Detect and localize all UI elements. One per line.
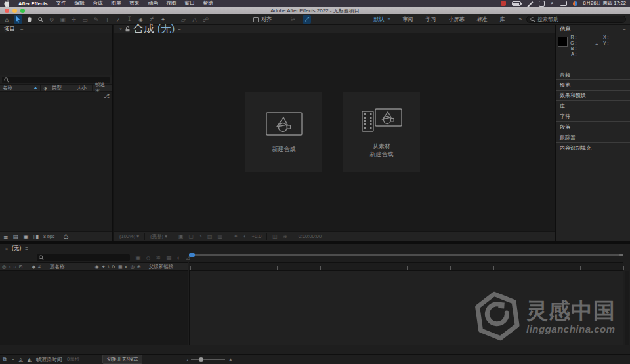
channel-icon[interactable]: ▤ xyxy=(207,233,213,239)
layer-number-column[interactable]: # xyxy=(38,264,41,269)
fullscreen-grid-icon[interactable]: ⤢ xyxy=(303,15,311,24)
zoom-slider-knob[interactable] xyxy=(199,357,203,362)
preview-timecode[interactable]: 0:00:00:00 xyxy=(299,233,322,239)
mask-feather-tool-icon[interactable]: ▱ xyxy=(179,15,188,24)
draft-3d-icon[interactable]: ◇ xyxy=(146,254,151,261)
new-composition-icon[interactable]: ▣ xyxy=(23,233,29,240)
menu-bar-clock[interactable]: 8月26日 周四 17:22 xyxy=(583,0,626,7)
info-panel-menu-icon[interactable]: ≡ xyxy=(623,26,626,32)
solo-icon[interactable]: ○ xyxy=(14,264,16,269)
viewer-lock-icon[interactable] xyxy=(125,26,130,32)
column-label-color[interactable]: ⬗ xyxy=(41,85,49,91)
collapse-transform-icon[interactable]: ✦ xyxy=(102,264,106,270)
notification-dot-icon[interactable] xyxy=(573,1,578,6)
timeline-ruler[interactable] xyxy=(189,262,623,271)
timeline-panel-menu-icon[interactable]: ≡ xyxy=(25,246,28,252)
ruler-grid-icon[interactable]: ▥ xyxy=(217,233,222,239)
delete-trash-icon[interactable]: ♺ xyxy=(63,233,68,240)
timeline-zoom-slider[interactable]: ▴ ▲ xyxy=(186,357,233,363)
battery-icon[interactable] xyxy=(512,1,521,6)
render-settings-icon[interactable]: ◔ xyxy=(11,357,14,363)
workspace-tab-default[interactable]: 默认 ≡ xyxy=(373,16,390,23)
column-type[interactable]: 类型 xyxy=(49,85,74,91)
clone-stamp-tool-icon[interactable]: ⌶ xyxy=(125,15,134,24)
camera-view-icon[interactable]: ◫ xyxy=(272,233,278,239)
quality-switch-icon[interactable]: \ xyxy=(108,264,110,269)
video-visibility-icon[interactable]: ◎ xyxy=(2,264,6,270)
audio-icon[interactable]: ♪ xyxy=(9,264,11,269)
home-tool-icon[interactable]: ⌂ xyxy=(3,15,11,24)
pen-menu-icon[interactable] xyxy=(527,1,533,7)
project-item-list[interactable]: ⎇ xyxy=(0,92,112,231)
panel-tab-tracker[interactable]: 跟踪器 xyxy=(556,132,630,143)
exposure-value[interactable]: +0.0 xyxy=(252,233,262,239)
apple-logo-icon[interactable] xyxy=(4,0,10,7)
project-panel-menu-icon[interactable]: ≡ xyxy=(20,26,24,32)
track-area[interactable] xyxy=(189,271,623,345)
menu-animation[interactable]: 动画 xyxy=(148,0,158,7)
workspace-tab-standard[interactable]: 标准 xyxy=(477,16,488,23)
toggle-switches-modes-button[interactable]: 切换开关/模式 xyxy=(102,355,142,364)
parent-link-column[interactable]: 父级和链接 xyxy=(149,264,174,270)
frame-blend-icon[interactable]: ▦ xyxy=(166,254,172,261)
workspace-tab-review[interactable]: 审阅 xyxy=(403,16,413,23)
time-navigator-end-handle[interactable] xyxy=(620,254,623,256)
project-color-depth[interactable]: 8 bpc xyxy=(43,234,54,239)
frame-blend-switch-icon[interactable]: ▦ xyxy=(118,264,123,270)
menu-view[interactable]: 视图 xyxy=(167,0,177,7)
menu-window[interactable]: 窗口 xyxy=(185,0,195,7)
composition-marker-icon[interactable]: ⧉ xyxy=(3,356,7,363)
tab-close-icon[interactable]: × xyxy=(5,247,8,251)
source-name-column[interactable]: 源名称 xyxy=(50,264,65,270)
magnification-dropdown[interactable]: (100%) ▾ xyxy=(119,233,139,239)
shape-tool-icon[interactable]: ▭ xyxy=(81,15,89,24)
menu-composition[interactable]: 合成 xyxy=(93,0,103,7)
panel-tab-character[interactable]: 字符 xyxy=(556,111,630,122)
align-checkbox[interactable] xyxy=(253,17,259,22)
exposure-icon[interactable]: ◐ xyxy=(243,233,247,239)
menu-layer[interactable]: 图层 xyxy=(112,0,121,7)
label-color-icon[interactable]: ◆ xyxy=(32,264,35,270)
lock-icon[interactable]: ⊡ xyxy=(19,264,23,270)
help-search-box[interactable] xyxy=(526,16,626,23)
performance-icon[interactable]: ◭ xyxy=(28,357,32,363)
panel-tab-content-aware-fill[interactable]: 内容识别填充 xyxy=(556,143,630,153)
layer-list-area[interactable] xyxy=(0,271,188,345)
menu-edit[interactable]: 编辑 xyxy=(75,0,85,7)
hand-tool-icon[interactable] xyxy=(25,15,33,24)
composition-panel-menu-icon[interactable]: ≡ xyxy=(178,26,181,32)
camera-tool-icon[interactable]: ▣ xyxy=(58,15,67,24)
new-composition-from-footage-button[interactable]: 从素材新建合成 xyxy=(343,92,420,172)
three-d-layer-icon[interactable]: ⊕ xyxy=(137,264,141,270)
motion-blur-icon[interactable]: ◐ xyxy=(177,254,180,261)
view-layout-icon[interactable]: ≋ xyxy=(283,233,287,239)
timeline-search-box[interactable] xyxy=(37,254,130,261)
motion-sketch-icon[interactable]: ⌲ xyxy=(289,15,297,24)
project-flowchart-icon[interactable]: ⎇ xyxy=(104,93,110,99)
column-name[interactable]: 名称 xyxy=(0,85,41,91)
type-tool-icon[interactable]: T xyxy=(103,15,112,24)
spotlight-search-icon[interactable]: ⌕ xyxy=(551,0,553,7)
input-method-icon[interactable] xyxy=(539,1,545,7)
text-extra-tool-icon[interactable]: A xyxy=(190,15,199,24)
motion-blur-switch-icon[interactable]: ◐ xyxy=(125,264,128,269)
menu-help[interactable]: 帮助 xyxy=(203,0,213,7)
pen-tool-icon[interactable]: ✎ xyxy=(92,15,100,24)
timeline-vertical-scrollbar[interactable] xyxy=(625,271,629,345)
new-folder-icon[interactable]: ▤ xyxy=(13,233,19,240)
panel-tab-libraries[interactable]: 库 xyxy=(556,101,630,111)
menu-file[interactable]: 文件 xyxy=(56,0,66,7)
resolution-dropdown[interactable]: (完整) ▾ xyxy=(150,233,167,240)
region-of-interest-icon[interactable]: ▣ xyxy=(178,233,184,239)
column-size[interactable]: 大小 xyxy=(74,85,93,91)
record-status-icon[interactable] xyxy=(501,1,506,6)
effects-switch-icon[interactable]: fx xyxy=(112,264,115,269)
display-menu-icon[interactable] xyxy=(560,1,567,6)
time-navigator-start-handle[interactable] xyxy=(189,253,195,257)
transparency-grid-icon[interactable]: ▢ xyxy=(188,233,194,239)
adjustment-layer-icon[interactable]: ◎ xyxy=(131,264,135,270)
zoom-tool-icon[interactable] xyxy=(36,15,45,24)
draft-icon[interactable]: ◬ xyxy=(19,357,23,363)
selection-tool-icon[interactable] xyxy=(14,15,22,24)
panel-tab-effects-presets[interactable]: 效果和预设 xyxy=(556,91,630,101)
